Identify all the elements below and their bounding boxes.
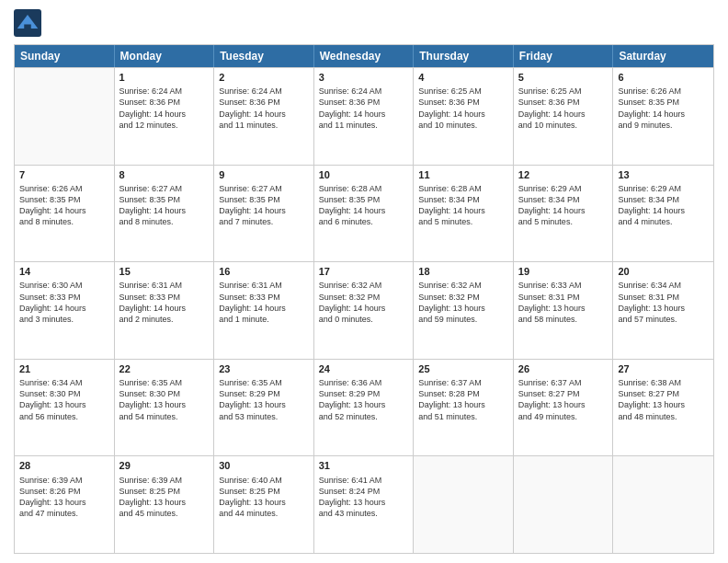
calendar-body: 1Sunrise: 6:24 AM Sunset: 8:36 PM Daylig… — [15, 67, 713, 553]
cell-info: Sunrise: 6:27 AM Sunset: 8:35 PM Dayligh… — [119, 183, 210, 228]
cell-info: Sunrise: 6:28 AM Sunset: 8:34 PM Dayligh… — [418, 183, 508, 228]
calendar-week-4: 21Sunrise: 6:34 AM Sunset: 8:30 PM Dayli… — [15, 359, 713, 456]
calendar-cell: 12Sunrise: 6:29 AM Sunset: 8:34 PM Dayli… — [514, 166, 614, 262]
calendar-cell — [414, 456, 514, 553]
day-number: 21 — [19, 362, 109, 375]
calendar-cell: 29Sunrise: 6:39 AM Sunset: 8:25 PM Dayli… — [115, 456, 215, 553]
cell-info: Sunrise: 6:26 AM Sunset: 8:35 PM Dayligh… — [19, 183, 109, 228]
calendar-cell: 14Sunrise: 6:30 AM Sunset: 8:33 PM Dayli… — [15, 262, 115, 359]
cell-info: Sunrise: 6:27 AM Sunset: 8:35 PM Dayligh… — [219, 183, 309, 228]
cell-info: Sunrise: 6:30 AM Sunset: 8:33 PM Dayligh… — [19, 280, 109, 325]
calendar-cell: 13Sunrise: 6:29 AM Sunset: 8:34 PM Dayli… — [613, 166, 713, 262]
header-day-sunday: Sunday — [15, 45, 115, 67]
cell-info: Sunrise: 6:29 AM Sunset: 8:34 PM Dayligh… — [618, 183, 709, 228]
cell-info: Sunrise: 6:37 AM Sunset: 8:27 PM Dayligh… — [518, 377, 609, 422]
day-number: 23 — [219, 362, 309, 375]
day-number: 13 — [618, 168, 709, 181]
calendar-cell: 24Sunrise: 6:36 AM Sunset: 8:29 PM Dayli… — [314, 360, 415, 456]
calendar-cell: 25Sunrise: 6:37 AM Sunset: 8:28 PM Dayli… — [414, 360, 514, 456]
cell-info: Sunrise: 6:36 AM Sunset: 8:29 PM Dayligh… — [319, 377, 409, 422]
cell-info: Sunrise: 6:41 AM Sunset: 8:24 PM Dayligh… — [319, 475, 409, 520]
cell-info: Sunrise: 6:31 AM Sunset: 8:33 PM Dayligh… — [119, 280, 210, 325]
calendar-cell: 17Sunrise: 6:32 AM Sunset: 8:32 PM Dayli… — [314, 262, 415, 359]
calendar-cell: 23Sunrise: 6:35 AM Sunset: 8:29 PM Dayli… — [214, 360, 314, 456]
calendar-cell: 16Sunrise: 6:31 AM Sunset: 8:33 PM Dayli… — [214, 262, 314, 359]
day-number: 27 — [618, 362, 709, 375]
day-number: 24 — [319, 362, 409, 375]
day-number: 12 — [518, 168, 609, 181]
logo-icon — [14, 9, 41, 37]
cell-info: Sunrise: 6:39 AM Sunset: 8:26 PM Dayligh… — [19, 475, 109, 520]
calendar-cell — [613, 456, 713, 553]
day-number: 7 — [19, 168, 109, 181]
calendar-cell: 9Sunrise: 6:27 AM Sunset: 8:35 PM Daylig… — [214, 166, 314, 262]
day-number: 29 — [119, 459, 210, 472]
day-number: 26 — [518, 362, 609, 375]
day-number: 31 — [319, 459, 409, 472]
day-number: 20 — [618, 265, 709, 278]
day-number: 1 — [119, 71, 210, 84]
calendar-page: SundayMondayTuesdayWednesdayThursdayFrid… — [0, 0, 728, 563]
calendar-header: SundayMondayTuesdayWednesdayThursdayFrid… — [15, 45, 713, 67]
day-number: 11 — [418, 168, 508, 181]
calendar-cell: 5Sunrise: 6:25 AM Sunset: 8:36 PM Daylig… — [514, 68, 614, 165]
day-number: 3 — [319, 71, 409, 84]
calendar-cell: 27Sunrise: 6:38 AM Sunset: 8:27 PM Dayli… — [613, 360, 713, 456]
cell-info: Sunrise: 6:37 AM Sunset: 8:28 PM Dayligh… — [418, 377, 508, 422]
day-number: 17 — [319, 265, 409, 278]
calendar-cell: 20Sunrise: 6:34 AM Sunset: 8:31 PM Dayli… — [613, 262, 713, 359]
calendar-week-5: 28Sunrise: 6:39 AM Sunset: 8:26 PM Dayli… — [15, 455, 713, 553]
cell-info: Sunrise: 6:34 AM Sunset: 8:31 PM Dayligh… — [618, 280, 709, 325]
calendar-cell: 19Sunrise: 6:33 AM Sunset: 8:31 PM Dayli… — [514, 262, 614, 359]
calendar-cell — [514, 456, 614, 553]
day-number: 28 — [19, 459, 109, 472]
header-day-thursday: Thursday — [414, 45, 514, 67]
cell-info: Sunrise: 6:35 AM Sunset: 8:30 PM Dayligh… — [119, 377, 210, 422]
calendar-cell: 10Sunrise: 6:28 AM Sunset: 8:35 PM Dayli… — [314, 166, 415, 262]
cell-info: Sunrise: 6:28 AM Sunset: 8:35 PM Dayligh… — [319, 183, 409, 228]
day-number: 5 — [518, 71, 609, 84]
calendar-cell: 31Sunrise: 6:41 AM Sunset: 8:24 PM Dayli… — [314, 456, 415, 553]
cell-info: Sunrise: 6:24 AM Sunset: 8:36 PM Dayligh… — [119, 86, 210, 131]
calendar-cell: 1Sunrise: 6:24 AM Sunset: 8:36 PM Daylig… — [115, 68, 215, 165]
day-number: 18 — [418, 265, 508, 278]
header-day-saturday: Saturday — [613, 45, 713, 67]
cell-info: Sunrise: 6:33 AM Sunset: 8:31 PM Dayligh… — [518, 280, 609, 325]
cell-info: Sunrise: 6:25 AM Sunset: 8:36 PM Dayligh… — [518, 86, 609, 131]
day-number: 16 — [219, 265, 309, 278]
cell-info: Sunrise: 6:24 AM Sunset: 8:36 PM Dayligh… — [319, 86, 409, 131]
cell-info: Sunrise: 6:31 AM Sunset: 8:33 PM Dayligh… — [219, 280, 309, 325]
day-number: 9 — [219, 168, 309, 181]
page-header — [14, 9, 714, 37]
calendar-cell: 2Sunrise: 6:24 AM Sunset: 8:36 PM Daylig… — [214, 68, 314, 165]
day-number: 8 — [119, 168, 210, 181]
calendar-week-3: 14Sunrise: 6:30 AM Sunset: 8:33 PM Dayli… — [15, 261, 713, 359]
cell-info: Sunrise: 6:35 AM Sunset: 8:29 PM Dayligh… — [219, 377, 309, 422]
calendar-cell: 30Sunrise: 6:40 AM Sunset: 8:25 PM Dayli… — [214, 456, 314, 553]
calendar-cell — [15, 68, 115, 165]
calendar-cell: 22Sunrise: 6:35 AM Sunset: 8:30 PM Dayli… — [115, 360, 215, 456]
header-day-tuesday: Tuesday — [214, 45, 314, 67]
calendar-week-1: 1Sunrise: 6:24 AM Sunset: 8:36 PM Daylig… — [15, 67, 713, 165]
day-number: 10 — [319, 168, 409, 181]
day-number: 25 — [418, 362, 508, 375]
cell-info: Sunrise: 6:26 AM Sunset: 8:35 PM Dayligh… — [618, 86, 709, 131]
cell-info: Sunrise: 6:38 AM Sunset: 8:27 PM Dayligh… — [618, 377, 709, 422]
cell-info: Sunrise: 6:24 AM Sunset: 8:36 PM Dayligh… — [219, 86, 309, 131]
day-number: 19 — [518, 265, 609, 278]
calendar-cell: 6Sunrise: 6:26 AM Sunset: 8:35 PM Daylig… — [613, 68, 713, 165]
cell-info: Sunrise: 6:40 AM Sunset: 8:25 PM Dayligh… — [219, 475, 309, 520]
day-number: 2 — [219, 71, 309, 84]
cell-info: Sunrise: 6:32 AM Sunset: 8:32 PM Dayligh… — [418, 280, 508, 325]
day-number: 15 — [119, 265, 210, 278]
cell-info: Sunrise: 6:34 AM Sunset: 8:30 PM Dayligh… — [19, 377, 109, 422]
calendar-cell: 3Sunrise: 6:24 AM Sunset: 8:36 PM Daylig… — [314, 68, 415, 165]
day-number: 4 — [418, 71, 508, 84]
header-day-monday: Monday — [115, 45, 215, 67]
calendar-cell: 7Sunrise: 6:26 AM Sunset: 8:35 PM Daylig… — [15, 166, 115, 262]
logo — [14, 9, 45, 37]
header-day-friday: Friday — [514, 45, 614, 67]
cell-info: Sunrise: 6:25 AM Sunset: 8:36 PM Dayligh… — [418, 86, 508, 131]
calendar-cell: 28Sunrise: 6:39 AM Sunset: 8:26 PM Dayli… — [15, 456, 115, 553]
calendar-cell: 15Sunrise: 6:31 AM Sunset: 8:33 PM Dayli… — [115, 262, 215, 359]
